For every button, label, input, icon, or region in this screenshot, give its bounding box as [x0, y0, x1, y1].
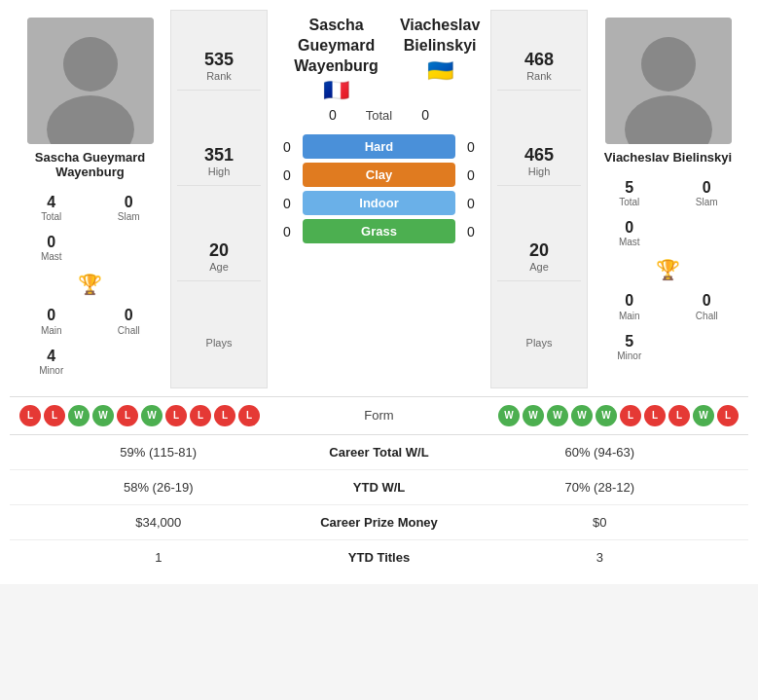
right-form-badge-9: L: [717, 405, 739, 426]
left-form-badge-7: L: [190, 405, 211, 426]
left-plays-label: Plays: [181, 337, 257, 349]
total-left-score: 0: [329, 107, 337, 123]
right-slam-value: 0: [671, 178, 743, 197]
right-slam-cell: 0 Slam: [669, 174, 745, 212]
right-stats-grid: 5 Total 0 Slam 0 Mast 🏆 0 Main: [592, 174, 744, 366]
surface-left-2: 0: [277, 196, 297, 211]
left-rank-stat: 535 Rank: [177, 42, 261, 91]
surface-right-3: 0: [461, 224, 481, 239]
form-section: LLWWLWLLLL Form WWWWWLLLWL: [10, 396, 748, 434]
data-row-2: $34,000 Career Prize Money $0: [10, 505, 748, 540]
svg-point-1: [63, 37, 118, 92]
left-plays-stat: Plays: [177, 329, 261, 356]
right-age-label: Age: [501, 261, 577, 273]
right-minor-cell: 5 Minor: [592, 328, 668, 366]
data-row-center-1: YTD W/L: [292, 480, 467, 495]
right-name-block: Viacheslav Bielinskyi 🇺🇦: [397, 16, 483, 103]
surface-row-clay: 0 Clay 0: [277, 163, 481, 187]
surface-left-0: 0: [277, 139, 297, 155]
left-player-avatar: [27, 18, 154, 144]
data-row-left-1: 58% (26-19): [25, 480, 292, 495]
right-main-label: Main: [594, 311, 666, 322]
left-slam-label: Slam: [93, 211, 165, 223]
right-form-badge-3: W: [571, 405, 593, 426]
right-age-stat: 20 Age: [497, 233, 581, 281]
left-minor-value: 4: [16, 347, 88, 365]
right-form-badge-0: W: [498, 405, 520, 426]
right-player-avatar: [605, 18, 732, 144]
right-chall-cell: 0 Chall: [669, 287, 745, 325]
surface-left-3: 0: [277, 224, 297, 239]
right-total-label: Total: [594, 197, 666, 208]
left-stats-grid: 4 Total 0 Slam 0 Mast 🏆 0 Main: [14, 189, 166, 381]
left-age-label: Age: [181, 261, 257, 273]
total-row: 0 Total 0: [268, 103, 490, 130]
right-form-badge-1: W: [523, 405, 544, 426]
left-center-name: Sascha Gueymard Wayenburg: [275, 16, 397, 76]
right-trophy-icon: 🏆: [656, 258, 680, 281]
data-row-1: 58% (26-19) YTD W/L 70% (28-12): [10, 470, 748, 505]
right-trophy-cell: 🏆: [592, 254, 744, 285]
left-form-badge-1: L: [44, 405, 65, 426]
svg-point-4: [641, 37, 696, 92]
right-rank-stat: 468 Rank: [497, 42, 581, 91]
surface-btn-hard[interactable]: Hard: [303, 134, 455, 159]
right-mast-label: Mast: [594, 237, 666, 248]
left-chall-value: 0: [93, 306, 165, 324]
left-high-label: High: [181, 166, 257, 177]
data-row-center-0: Career Total W/L: [292, 445, 467, 460]
right-form-badge-5: L: [620, 405, 641, 426]
right-player-card: Viacheslav Bielinskyi 5 Total 0 Slam 0 M…: [588, 10, 748, 388]
data-row-left-3: 1: [25, 550, 292, 565]
data-row-center-2: Career Prize Money: [292, 515, 467, 530]
surface-rows: 0 Hard 0 0 Clay 0 0 Indoor 0 0 Grass 0: [268, 134, 490, 243]
surface-row-hard: 0 Hard 0: [277, 134, 481, 159]
left-main-cell: 0 Main: [14, 302, 90, 340]
right-main-cell: 0 Main: [592, 287, 668, 325]
right-high-stat: 465 High: [497, 137, 581, 186]
left-total-cell: 4 Total: [14, 189, 90, 227]
right-flag: 🇺🇦: [427, 58, 453, 84]
right-chall-label: Chall: [671, 311, 743, 322]
left-high-stat: 351 High: [177, 137, 261, 186]
right-rank-label: Rank: [501, 70, 577, 82]
left-name-block: Sascha Gueymard Wayenburg 🇫🇷: [275, 16, 397, 103]
left-total-label: Total: [16, 211, 88, 223]
right-total-value: 5: [594, 178, 666, 197]
left-form-badge-0: L: [19, 405, 41, 426]
right-form-badge-8: W: [693, 405, 714, 426]
right-main-value: 0: [594, 291, 666, 310]
surface-row-indoor: 0 Indoor 0: [277, 191, 481, 215]
left-high-value: 351: [181, 145, 257, 166]
total-right-score: 0: [421, 107, 429, 123]
data-row-left-0: 59% (115-81): [25, 445, 292, 460]
surface-right-1: 0: [461, 167, 481, 183]
data-row-left-2: $34,000: [25, 515, 292, 530]
main-container: Sascha Gueymard Wayenburg 4 Total 0 Slam…: [0, 0, 758, 584]
center-area: Sascha Gueymard Wayenburg 🇫🇷 Viacheslav …: [268, 10, 490, 388]
surface-btn-indoor[interactable]: Indoor: [303, 191, 455, 215]
surface-right-2: 0: [461, 196, 481, 211]
left-rank-label: Rank: [181, 70, 257, 82]
right-plays-stat: Plays: [497, 329, 581, 356]
data-row-right-2: $0: [467, 515, 734, 530]
names-flags-row: Sascha Gueymard Wayenburg 🇫🇷 Viacheslav …: [268, 10, 490, 103]
right-form-badge-4: W: [596, 405, 617, 426]
right-chall-value: 0: [671, 291, 743, 310]
left-player-name: Sascha Gueymard Wayenburg: [14, 150, 166, 179]
left-flag: 🇫🇷: [323, 78, 349, 103]
right-slam-label: Slam: [671, 197, 743, 208]
left-main-value: 0: [16, 306, 88, 324]
data-row-3: 1 YTD Titles 3: [10, 540, 748, 574]
left-form-badge-9: L: [238, 405, 260, 426]
surface-btn-grass[interactable]: Grass: [303, 219, 455, 243]
left-main-label: Main: [16, 325, 88, 337]
right-high-value: 465: [501, 145, 577, 166]
left-mast-value: 0: [16, 233, 88, 251]
right-player-name: Viacheslav Bielinskyi: [604, 150, 732, 165]
data-row-right-0: 60% (94-63): [467, 445, 734, 460]
right-mast-value: 0: [594, 218, 666, 237]
right-side-stats: 468 Rank 465 High 20 Age Plays: [490, 10, 588, 388]
right-minor-label: Minor: [594, 350, 666, 362]
surface-btn-clay[interactable]: Clay: [303, 163, 455, 187]
